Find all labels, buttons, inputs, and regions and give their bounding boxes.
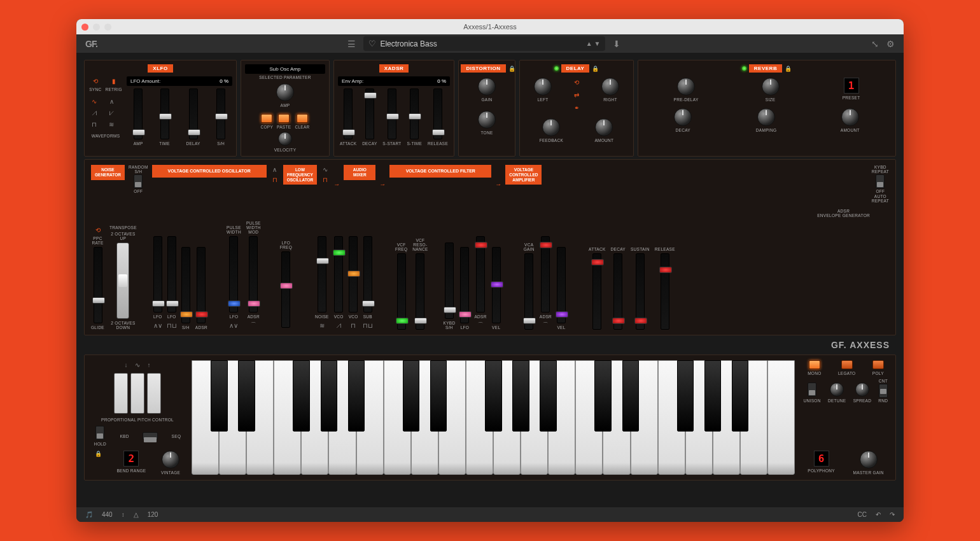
wave-sine-icon[interactable]: ∿ xyxy=(321,165,330,174)
vca-vel-slider[interactable] xyxy=(557,247,566,323)
delay-led[interactable] xyxy=(554,66,559,71)
preset-nav[interactable]: ▲ ▼ xyxy=(586,40,601,47)
rev-amt-knob[interactable] xyxy=(841,108,859,126)
wave-saw-icon[interactable]: ⩘ xyxy=(90,108,99,117)
ppc-flat[interactable] xyxy=(114,373,128,414)
black-key[interactable] xyxy=(485,360,502,432)
wave-sq-icon[interactable]: ⊓ xyxy=(270,175,279,184)
kbd-seq-switch[interactable] xyxy=(143,432,158,440)
lfofreq-slider[interactable] xyxy=(281,251,290,328)
sync-icon[interactable]: ⟲ xyxy=(91,76,100,85)
copy-button[interactable] xyxy=(261,114,272,123)
vco-lfo1-slider[interactable] xyxy=(153,236,162,313)
vcfres-slider[interactable] xyxy=(416,253,424,330)
mono-button[interactable] xyxy=(809,360,820,369)
ppc-sharp[interactable] xyxy=(147,373,161,414)
preset-selector[interactable]: ♡ Electronica Bass ▲ ▼ xyxy=(363,36,605,51)
black-key[interactable] xyxy=(348,360,365,432)
vcagain-slider[interactable] xyxy=(524,253,533,330)
black-key[interactable] xyxy=(293,360,310,432)
wave-tri-icon[interactable]: ∧ xyxy=(107,97,116,106)
pwm-slider[interactable] xyxy=(249,236,258,313)
black-key[interactable] xyxy=(622,360,640,432)
decay-slider[interactable] xyxy=(365,88,374,139)
env-attack-slider[interactable] xyxy=(592,253,601,330)
zoom-icon[interactable] xyxy=(104,24,111,31)
vco-adsr-slider[interactable] xyxy=(197,247,206,323)
pingpong-icon[interactable]: ⇄ xyxy=(572,90,581,99)
env-release-slider[interactable] xyxy=(661,253,669,330)
reverb-led[interactable] xyxy=(742,66,746,71)
poly-button[interactable] xyxy=(872,360,884,369)
lock-icon[interactable]: 🔒 xyxy=(95,451,102,475)
library-icon[interactable]: ☰ xyxy=(347,39,356,49)
black-key[interactable] xyxy=(540,360,557,432)
rev-decay-knob[interactable] xyxy=(674,108,692,126)
black-key[interactable] xyxy=(732,360,749,432)
transpose-slider[interactable] xyxy=(116,242,129,319)
redo-icon[interactable]: ↷ xyxy=(890,511,895,518)
pw-slider[interactable] xyxy=(229,236,238,313)
delay-right-knob[interactable] xyxy=(601,78,619,95)
env-sustain-slider[interactable] xyxy=(636,253,645,330)
vco-sh-slider[interactable] xyxy=(181,247,190,323)
wave-rand-icon[interactable]: ≋ xyxy=(107,120,116,129)
kybd-repeat-switch[interactable] xyxy=(876,174,885,188)
wave-sine-icon[interactable]: ∿ xyxy=(90,97,99,106)
feedback-knob[interactable] xyxy=(542,118,560,136)
tuning-value[interactable]: 440 xyxy=(102,511,113,518)
release-slider[interactable] xyxy=(433,88,442,139)
minimize-icon[interactable] xyxy=(93,24,100,31)
amp-knob[interactable] xyxy=(276,83,294,101)
vcf-adsr-slider[interactable] xyxy=(476,236,485,313)
glide-slider[interactable] xyxy=(94,247,102,323)
delay-amt-knob[interactable] xyxy=(595,118,613,136)
retrig-icon[interactable]: ▮ xyxy=(109,76,118,85)
wave-tri-icon[interactable]: ∧ xyxy=(270,165,279,174)
velocity-knob[interactable] xyxy=(278,132,292,146)
wave-sq-icon[interactable]: ⊓ xyxy=(321,175,330,184)
predelay-knob[interactable] xyxy=(677,78,695,95)
vintage-knob[interactable] xyxy=(162,451,179,468)
lock-icon[interactable]: 🔒 xyxy=(592,66,599,72)
black-key[interactable] xyxy=(430,360,447,432)
link-icon[interactable]: ⚭ xyxy=(572,103,581,112)
lock-icon[interactable]: 🔒 xyxy=(785,66,792,72)
clear-button[interactable] xyxy=(297,114,308,123)
cnt-rnd-switch[interactable] xyxy=(879,384,888,398)
close-icon[interactable] xyxy=(81,24,88,31)
unison-switch[interactable] xyxy=(808,383,816,397)
ppc-vib[interactable] xyxy=(130,373,144,414)
noise-switch[interactable] xyxy=(134,174,143,188)
wave-ramp-icon[interactable]: ⩗ xyxy=(107,108,116,117)
vcf-lfo-slider[interactable] xyxy=(460,247,469,323)
xlfo-sh-slider[interactable] xyxy=(216,88,225,139)
settings-icon[interactable]: ⚙ xyxy=(886,39,895,49)
reverb-preset-display[interactable]: 1 xyxy=(844,78,859,94)
stime-slider[interactable] xyxy=(410,88,419,139)
xlfo-amp-slider[interactable] xyxy=(134,88,143,139)
detune-knob[interactable] xyxy=(830,383,844,397)
vcf-vel-slider[interactable] xyxy=(492,247,501,323)
xlfo-time-slider[interactable] xyxy=(160,88,169,139)
hold-switch[interactable] xyxy=(95,426,104,440)
sub-slider[interactable] xyxy=(363,236,372,313)
vco-lfo2-slider[interactable] xyxy=(167,236,176,313)
master-gain-knob[interactable] xyxy=(860,451,878,468)
tempo-value[interactable]: 120 xyxy=(148,511,158,518)
collapse-icon[interactable]: ⤡ xyxy=(871,39,879,49)
xlfo-delay-slider[interactable] xyxy=(189,88,198,139)
black-key[interactable] xyxy=(594,360,612,432)
sstart-slider[interactable] xyxy=(388,88,396,139)
vco2-slider[interactable] xyxy=(349,236,358,313)
gain-knob[interactable] xyxy=(478,78,496,95)
tone-knob[interactable] xyxy=(478,111,496,129)
bend-display[interactable]: 2 xyxy=(123,451,139,467)
legato-button[interactable] xyxy=(841,360,853,369)
black-key[interactable] xyxy=(512,360,529,432)
undo-icon[interactable]: ↶ xyxy=(876,511,881,518)
vcf-kybd-slider[interactable] xyxy=(445,242,454,319)
black-key[interactable] xyxy=(704,360,722,432)
vco1-slider[interactable] xyxy=(334,236,343,313)
favorite-icon[interactable]: ♡ xyxy=(368,39,376,48)
